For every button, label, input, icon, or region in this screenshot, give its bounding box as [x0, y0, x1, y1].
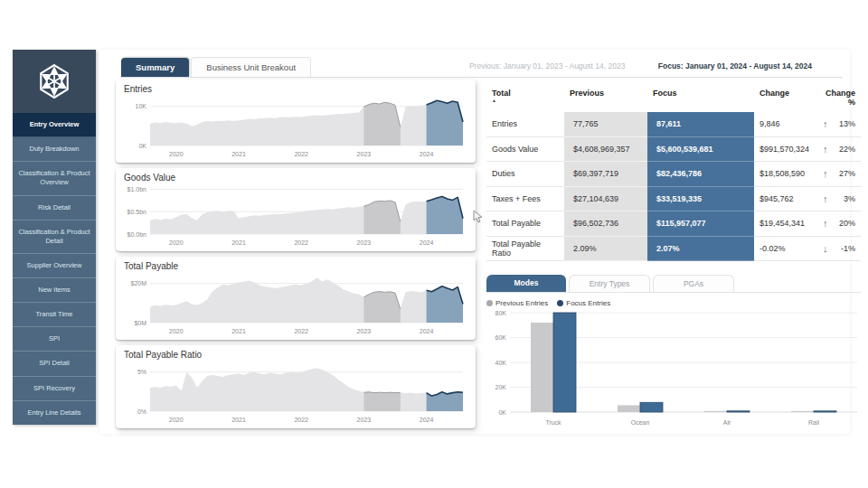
- legend-item-focus[interactable]: Focus Entries: [557, 299, 610, 307]
- sidebar-item-classification-product-overview[interactable]: Classification & Product Overview: [13, 162, 96, 195]
- metric-name: Entries: [486, 112, 564, 137]
- change-value: 9,846: [754, 112, 817, 137]
- total-payable-ratio-trend-card: Total Payable Ratio 5%0%2020202120222023…: [116, 345, 476, 428]
- previous-value: $27,104,639: [564, 187, 647, 212]
- svg-text:2022: 2022: [294, 151, 308, 157]
- total-payable-trend-card: Total Payable $20M$0M2020202120222023202…: [116, 257, 476, 340]
- sidebar-item-supplier-overview[interactable]: Supplier Overview: [13, 254, 96, 278]
- col-header-total[interactable]: Total ▲: [486, 86, 564, 112]
- tab-business-unit-breakout[interactable]: Business Unit Breakout: [191, 57, 311, 77]
- col-header-focus[interactable]: Focus: [647, 86, 754, 112]
- metric-name: Total Payable Ratio: [486, 237, 564, 262]
- table-row-taxes-fees[interactable]: Taxes + Fees$27,104,639$33,519,335$945,7…: [486, 187, 861, 212]
- svg-text:2020: 2020: [169, 417, 184, 423]
- svg-text:2023: 2023: [357, 417, 372, 423]
- svg-text:Ocean: Ocean: [631, 419, 650, 426]
- table-row-entries[interactable]: Entries77,76587,6119,846↑13%: [486, 112, 861, 137]
- summary-column: Total ▲ Previous Focus Change Change % E…: [486, 86, 861, 436]
- svg-text:2020: 2020: [169, 151, 184, 157]
- sort-ascending-icon[interactable]: ▲: [492, 99, 559, 102]
- focus-value: $82,436,786: [647, 162, 754, 187]
- chart-title: Goods Value: [124, 173, 468, 183]
- svg-text:$20M: $20M: [130, 280, 146, 286]
- chart-title: Total Payable Ratio: [124, 350, 468, 360]
- chart-title: Total Payable: [124, 261, 468, 271]
- metric-name: Duties: [486, 162, 564, 187]
- svg-text:2024: 2024: [420, 151, 434, 157]
- legend-label: Previous Entries: [495, 299, 548, 307]
- svg-text:2024: 2024: [420, 417, 434, 423]
- mouse-cursor: [473, 211, 484, 223]
- breakdown-tab-modes[interactable]: Modes: [486, 275, 566, 292]
- svg-text:Air: Air: [723, 419, 731, 426]
- metric-name: Taxes + Fees: [486, 187, 564, 212]
- change-pct-cell: ↑27%: [817, 162, 861, 187]
- change-pct-cell: ↑20%: [817, 211, 861, 237]
- table-row-duties[interactable]: Duties$69,397,719$82,436,786$18,508,590↑…: [486, 162, 861, 187]
- sidebar-item-spi-detail[interactable]: SPI Detail: [13, 352, 96, 376]
- change-pct-cell: ↑22%: [817, 137, 861, 163]
- sidebar-item-classification-product-detail[interactable]: Classification & Product Detail: [13, 221, 96, 254]
- bar-chart-legend: Previous EntriesFocus Entries: [486, 299, 861, 307]
- sidebar: Entry OverviewDuty BreakdownClassificati…: [13, 50, 96, 425]
- breakdown-tab-entry-types[interactable]: Entry Types: [569, 275, 650, 292]
- change-pct-value: 3%: [844, 194, 855, 203]
- sidebar-item-risk-detail[interactable]: Risk Detail: [13, 196, 96, 221]
- svg-text:$1.0bn: $1.0bn: [127, 186, 147, 192]
- dashboard-canvas: Entry OverviewDuty BreakdownClassificati…: [13, 50, 850, 434]
- svg-text:Rail: Rail: [808, 419, 820, 426]
- breakdown-tabs: ModesEntry TypesPGAs: [486, 275, 861, 293]
- previous-value: $4,608,969,357: [564, 137, 647, 163]
- sidebar-item-new-items[interactable]: New Items: [13, 278, 96, 303]
- change-pct-value: 13%: [839, 119, 855, 128]
- sidebar-item-entry-overview[interactable]: Entry Overview: [13, 113, 96, 137]
- svg-text:2021: 2021: [231, 151, 246, 157]
- svg-text:0K: 0K: [138, 143, 146, 149]
- svg-text:$0.5bn: $0.5bn: [127, 209, 147, 215]
- svg-text:10K: 10K: [136, 103, 147, 109]
- table-row-total-payable[interactable]: Total Payable$96,502,736$115,957,077$19,…: [486, 211, 861, 237]
- entries-area-chart[interactable]: 10K0K20202021202220232024: [123, 95, 467, 160]
- svg-text:2022: 2022: [294, 239, 308, 246]
- focus-value: 2.07%: [647, 237, 754, 262]
- focus-value: 87,611: [647, 112, 754, 137]
- sidebar-item-entry-line-details[interactable]: Entry Line Details: [13, 401, 96, 426]
- svg-text:40K: 40K: [495, 360, 507, 366]
- previous-value: 77,765: [564, 112, 647, 137]
- entries-by-mode-bar-chart[interactable]: 80K60K40K20K0KTruckOceanAirRail: [486, 309, 861, 432]
- tab-summary[interactable]: Summary: [121, 58, 189, 77]
- goods-value-area-chart[interactable]: $1.0bn$0.5bn$0.0bn20202021202220232024: [123, 183, 467, 249]
- col-header-previous[interactable]: Previous: [564, 86, 647, 112]
- table-row-goods-value[interactable]: Goods Value$4,608,969,357$5,600,539,681$…: [486, 137, 861, 163]
- table-row-total-payable-ratio[interactable]: Total Payable Ratio2.09%2.07%-0.02%↓-1%: [486, 237, 861, 262]
- svg-text:2021: 2021: [231, 417, 246, 423]
- arrow-up-icon: ↑: [823, 144, 828, 155]
- sidebar-item-spi[interactable]: SPI: [13, 327, 96, 352]
- legend-dot-icon: [486, 300, 493, 306]
- focus-value: $115,957,077: [647, 211, 754, 237]
- svg-text:2023: 2023: [357, 239, 372, 246]
- focus-value: $5,600,539,681: [647, 137, 754, 163]
- svg-text:2024: 2024: [420, 328, 434, 334]
- sidebar-item-duty-breakdown[interactable]: Duty Breakdown: [13, 137, 96, 162]
- breakdown-tab-pgas[interactable]: PGAs: [653, 275, 734, 292]
- change-pct-value: 22%: [839, 145, 855, 154]
- col-header-change-pct[interactable]: Change %: [817, 86, 861, 112]
- legend-item-previous[interactable]: Previous Entries: [486, 299, 548, 307]
- sidebar-item-transit-time[interactable]: Transit Time: [13, 303, 96, 327]
- svg-text:Truck: Truck: [545, 419, 561, 426]
- previous-value: $69,397,719: [564, 162, 647, 187]
- col-header-change[interactable]: Change: [754, 86, 817, 112]
- entries-trend-card: Entries 10K0K20202021202220232024: [116, 80, 476, 163]
- goods-value-trend-card: Goods Value $1.0bn$0.5bn$0.0bn2020202120…: [116, 168, 476, 251]
- svg-text:5%: 5%: [137, 369, 146, 375]
- sidebar-item-spi-recovery[interactable]: SPI Recovery: [13, 377, 96, 401]
- change-value: -0.02%: [754, 237, 817, 262]
- svg-text:2024: 2024: [420, 239, 434, 246]
- svg-text:20K: 20K: [495, 384, 507, 390]
- change-value: $18,508,590: [754, 162, 817, 187]
- total-payable-area-chart[interactable]: $20M$0M20202021202220232024: [123, 272, 467, 337]
- arrow-up-icon: ↑: [823, 218, 828, 229]
- arrow-up-icon: ↑: [823, 118, 828, 129]
- total-payable-ratio-area-chart[interactable]: 5%0%20202021202220232024: [123, 361, 467, 426]
